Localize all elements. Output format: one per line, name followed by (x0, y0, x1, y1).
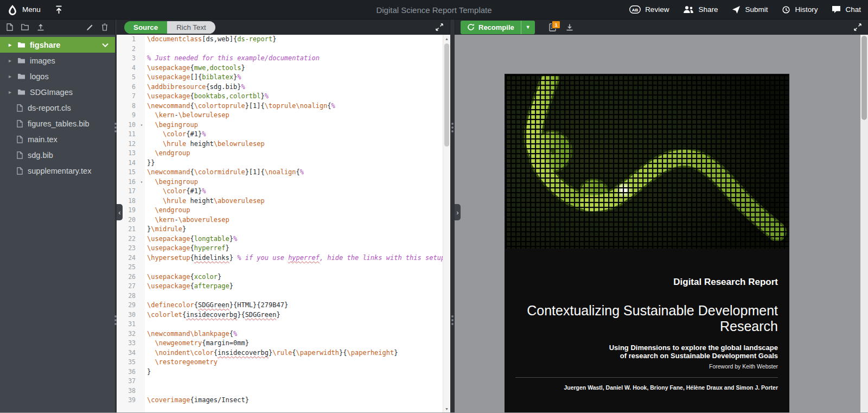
menu-button[interactable]: Menu (0, 0, 48, 19)
code-line-5[interactable]: 5\usepackage[]{biblatex}% (117, 73, 450, 82)
code-line-39[interactable]: 39\coverimage{images/Insect} (117, 396, 450, 405)
code-line-27[interactable]: 27\usepackage{afterpage} (117, 282, 450, 291)
editor-fullscreen-button[interactable] (436, 23, 443, 31)
tree-item-ds-report.cls[interactable]: ds-report.cls (0, 100, 115, 116)
svg-text:AB: AB (632, 8, 639, 12)
code-line-35[interactable]: 35 \restoregeometry (117, 358, 450, 367)
code-line-20[interactable]: 20 \kern-\aboverulesep (117, 215, 450, 225)
code-line-3[interactable]: 3% Just needed for this example/document… (117, 54, 450, 63)
code-line-13[interactable]: 13 \endgroup (117, 149, 450, 158)
source-tab[interactable]: Source (124, 21, 167, 34)
code-line-25[interactable]: 25 (117, 263, 450, 272)
code-line-28[interactable]: 28 (117, 291, 450, 301)
code-line-22[interactable]: 22\usepackage{longtable}% (117, 234, 450, 244)
code-line-10[interactable]: 10▾ \begingroup (117, 120, 450, 130)
sidebar-collapse-button[interactable]: ‹ (117, 204, 123, 220)
share-button[interactable]: Share (676, 0, 725, 19)
tree-item-SDGImages[interactable]: ▸SDGImages (0, 84, 115, 100)
code-line-15[interactable]: 15\newcommand{\colormidrule}[1]{\noalign… (117, 168, 450, 177)
rich-text-tab[interactable]: Rich Text (167, 21, 215, 34)
code-line-21[interactable]: 21}\midrule} (117, 225, 450, 234)
code-line-38[interactable]: 38 (117, 386, 450, 396)
code-line-14[interactable]: 14}} (117, 158, 450, 168)
new-folder-button[interactable] (21, 24, 29, 30)
line-number: 35 (117, 358, 138, 367)
code-line-17[interactable]: 17 \color{#1}% (117, 187, 450, 196)
code-line-37[interactable]: 37 (117, 377, 450, 386)
line-number: 3 (117, 54, 138, 63)
tree-item-images[interactable]: ▸images (0, 53, 115, 68)
pdf-page: Digital Research Report Contextualizing … (505, 74, 789, 412)
pdf-collapse-button[interactable]: › (455, 204, 461, 220)
tree-item-figshare[interactable]: ▸figshare (0, 37, 115, 53)
divider-handle[interactable] (114, 123, 117, 132)
download-icon (566, 23, 573, 31)
tree-item-supplementary.tex[interactable]: supplementary.tex (0, 163, 115, 179)
code-line-26[interactable]: 26\usepackage{xcolor} (117, 272, 450, 282)
view-logs-button[interactable]: 1 (549, 23, 556, 31)
line-number: 6 (117, 82, 138, 92)
code-line-36[interactable]: 36} (117, 367, 450, 377)
pdf-fullscreen-button[interactable] (854, 23, 861, 31)
code-line-6[interactable]: 6\addbibresource{sdg.bib}% (117, 82, 450, 92)
chevron-down-icon[interactable] (102, 43, 108, 47)
code-line-33[interactable]: 33 \newgeometry{margin=0mm} (117, 339, 450, 348)
divider-handle[interactable] (451, 315, 454, 325)
fold-marker-icon[interactable]: ▾ (138, 177, 145, 187)
code-line-24[interactable]: 24\hypersetup{hidelinks} % if you use hy… (117, 253, 450, 263)
code-line-12[interactable]: 12 \hrule height\belowrulesep (117, 139, 450, 149)
line-number: 37 (117, 377, 138, 386)
tree-item-figures_tables.bib[interactable]: figures_tables.bib (0, 116, 115, 131)
code-line-30[interactable]: 30\colorlet{insidecoverbg}{SDGGreen} (117, 310, 450, 320)
code-line-2[interactable]: 2 (117, 45, 450, 54)
tree-item-main.tex[interactable]: main.tex (0, 131, 115, 147)
recompile-options-caret[interactable]: ▼ (521, 21, 535, 34)
code-text: \color{#1}% (145, 187, 206, 196)
logs-count-badge: 1 (552, 21, 560, 29)
download-pdf-button[interactable] (566, 23, 573, 31)
fold-marker-icon[interactable]: ▾ (138, 120, 145, 130)
editor-pdf-divider[interactable] (450, 20, 455, 412)
code-line-11[interactable]: 11 \color{#1}% (117, 130, 450, 139)
pdf-viewport[interactable]: Digital Research Report Contextualizing … (455, 35, 868, 412)
code-text: \hrule height\aboverulesep (145, 196, 265, 206)
delete-button[interactable] (101, 23, 108, 31)
code-line-23[interactable]: 23\usepackage{hyperref} (117, 244, 450, 253)
tree-item-sdg.bib[interactable]: sdg.bib (0, 147, 115, 163)
code-line-1[interactable]: 1\documentclass[ds,web]{ds-report} (117, 35, 450, 45)
scroll-up-arrow[interactable]: ▲ (443, 35, 450, 42)
caret-right-icon: ▸ (9, 42, 17, 48)
scroll-down-arrow[interactable]: ▼ (443, 405, 450, 412)
review-button[interactable]: AB Review (622, 0, 676, 19)
scrollbar-thumb[interactable] (861, 36, 867, 120)
tree-item-logos[interactable]: ▸logos (0, 68, 115, 84)
code-line-8[interactable]: 8\newcommand{\colortoprule}[1]{\toprule\… (117, 101, 450, 111)
code-line-16[interactable]: 16▾ \begingroup (117, 177, 450, 187)
submit-button[interactable]: Submit (725, 0, 775, 19)
rename-button[interactable] (86, 24, 93, 31)
editor-body[interactable]: 1\documentclass[ds,web]{ds-report}23% Ju… (117, 35, 450, 412)
workspace: ▸figshare▸images▸logos▸SDGImagesds-repor… (0, 20, 868, 412)
code-line-4[interactable]: 4\usepackage{mwe,doctools} (117, 63, 450, 73)
tree-item-label: SDGImages (30, 88, 73, 97)
chat-button[interactable]: Chat (825, 0, 868, 19)
code-line-19[interactable]: 19 \endgroup (117, 206, 450, 215)
scrollbar-thumb[interactable] (444, 43, 449, 147)
code-line-32[interactable]: 32\newcommand\blankpage{% (117, 329, 450, 339)
code-line-29[interactable]: 29\definecolor{SDGGreen}{HTML}{279B47} (117, 301, 450, 310)
history-button[interactable]: History (775, 0, 825, 19)
new-file-button[interactable] (7, 23, 13, 31)
editor-scrollbar[interactable]: ▲ ▼ (443, 35, 450, 412)
pdf-scrollbar[interactable] (860, 35, 868, 412)
code-line-9[interactable]: 9 \kern-\belowrulesep (117, 111, 450, 120)
code-line-18[interactable]: 18 \hrule height\aboverulesep (117, 196, 450, 206)
divider-handle[interactable] (451, 123, 454, 132)
code-line-7[interactable]: 7\usepackage{booktabs,colortbl}% (117, 92, 450, 101)
code-line-34[interactable]: 34 \noindent\color{insidecoverbg}\rule{\… (117, 348, 450, 358)
upload-file-button[interactable] (37, 23, 44, 31)
code-text: \hrule height\belowrulesep (145, 139, 265, 149)
upload-project-button[interactable] (48, 0, 70, 19)
divider-handle[interactable] (114, 315, 117, 325)
recompile-button[interactable]: Recompile (461, 21, 521, 34)
code-line-31[interactable]: 31 (117, 320, 450, 329)
